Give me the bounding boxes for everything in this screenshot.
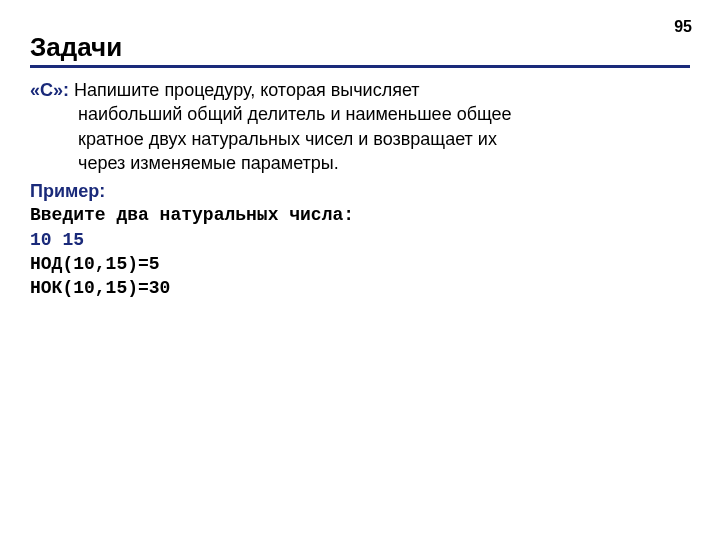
task-block: «C»: Напишите процедуру, которая вычисля… bbox=[30, 78, 690, 175]
task-line2: наибольший общий делитель и наименьшее о… bbox=[30, 102, 690, 126]
content-area: «C»: Напишите процедуру, которая вычисля… bbox=[30, 78, 690, 301]
example-input: 10 15 bbox=[30, 228, 690, 252]
task-label: «C»: bbox=[30, 80, 69, 100]
title-underline bbox=[30, 65, 690, 68]
task-line1: Напишите процедуру, которая вычисляет bbox=[69, 80, 420, 100]
example-output2: НОК(10,15)=30 bbox=[30, 276, 690, 300]
example-output1: НОД(10,15)=5 bbox=[30, 252, 690, 276]
example-label-text: Пример: bbox=[30, 181, 105, 201]
slide-title: Задачи bbox=[30, 32, 690, 63]
task-line4: через изменяемые параметры. bbox=[30, 151, 690, 175]
example-prompt: Введите два натуральных числа: bbox=[30, 203, 690, 227]
example-label: Пример: bbox=[30, 179, 690, 203]
task-line3: кратное двух натуральных чисел и возвращ… bbox=[30, 127, 690, 151]
page-number: 95 bbox=[674, 18, 692, 36]
